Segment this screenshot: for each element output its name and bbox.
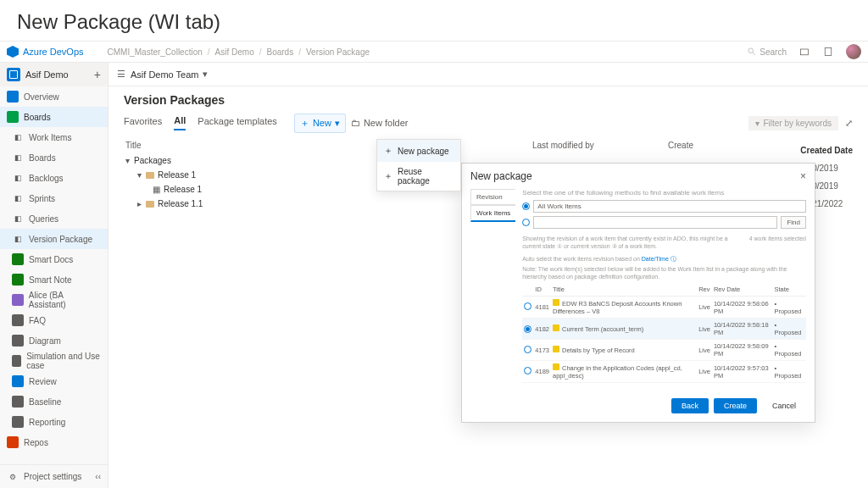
modal-note3: Note: The work item(s) selected below wi… — [522, 265, 806, 280]
nav-icon — [12, 355, 21, 367]
table-header: Rev Date — [712, 283, 772, 297]
sidebar-item-label: FAQ — [29, 316, 46, 325]
nav-icon — [12, 274, 24, 286]
project-settings[interactable]: ⚙ Project settings ‹‹ — [0, 464, 108, 488]
search-input[interactable]: Search — [748, 47, 787, 57]
table-header: Title — [551, 283, 697, 297]
breadcrumb: CMMI_Master_Collection/ Asif Demo/ Board… — [108, 47, 370, 57]
tab-all[interactable]: All — [174, 115, 186, 130]
sidebar-item-backlogs[interactable]: ◧Backlogs — [0, 168, 108, 188]
cancel-button[interactable]: Cancel — [762, 398, 806, 413]
filter-input[interactable]: ▾Filter by keywords — [748, 116, 838, 130]
table-header: State — [772, 283, 806, 297]
sidebar-item-smart-note[interactable]: Smart Note — [0, 269, 108, 290]
dropdown-item-new-package[interactable]: ＋New package — [377, 140, 460, 162]
datetime-link[interactable]: Date/Time ⓘ — [642, 256, 676, 262]
table-row[interactable]: 4181EDW R3 BaNCS Deposit Accounts Known … — [522, 297, 806, 319]
azure-devops-logo-icon — [7, 46, 19, 58]
cell-rev: Live — [697, 319, 712, 340]
nav-icon: ◧ — [12, 192, 24, 204]
sidebar-item-smart-docs[interactable]: Smart Docs — [0, 249, 108, 269]
nav-icon — [12, 396, 24, 408]
cell-title: Current Term (account_term) — [551, 319, 697, 340]
sidebar-item-boards[interactable]: ◧Boards — [0, 147, 108, 168]
sidebar-item-label: Work Items — [29, 133, 71, 142]
modal-tab-work-items[interactable]: Work Items — [470, 205, 515, 222]
new-folder-button[interactable]: 🗀 New folder — [351, 118, 409, 128]
row-radio[interactable] — [524, 302, 531, 310]
sidebar-item-baseline[interactable]: Baseline — [0, 391, 108, 412]
expand-icon[interactable]: ⤢ — [845, 118, 853, 129]
list-icon: ☰ — [117, 69, 125, 80]
avatar[interactable] — [846, 44, 861, 59]
chevron-down-icon: ▾ — [136, 170, 142, 180]
sidebar-item-simulation-and-use-case[interactable]: Simulation and Use case — [0, 351, 108, 371]
sidebar-item-version-package[interactable]: ◧Version Package — [0, 229, 108, 249]
folder-icon — [146, 201, 154, 208]
table-header: Rev — [697, 283, 712, 297]
row-radio[interactable] — [524, 346, 531, 353]
modal-hint: Select the one of the following methods … — [522, 189, 806, 197]
table-row[interactable]: 4189Change in the Application Codes (app… — [522, 361, 806, 383]
work-items-select[interactable] — [533, 200, 806, 213]
project-name: Asif Demo — [25, 69, 94, 80]
dropdown-item-reuse-package[interactable]: ＋Reuse package — [377, 162, 460, 191]
collapse-icon[interactable]: ‹‹ — [95, 472, 101, 481]
nav-icon — [12, 294, 24, 306]
project-header[interactable]: Asif Demo + — [0, 63, 108, 86]
sidebar-item-label: Version Package — [29, 235, 92, 244]
nav-icon: ◧ — [12, 131, 24, 143]
sidebar-item-overview[interactable]: Overview — [0, 86, 108, 107]
row-radio[interactable] — [524, 325, 531, 333]
tab-favorites[interactable]: Favorites — [124, 116, 162, 130]
cell-title: Change in the Application Codes (appl_cd… — [551, 361, 697, 383]
marketplace-icon[interactable] — [798, 46, 810, 58]
modal-tab-revision[interactable]: Revision — [470, 189, 515, 205]
sidebar-item-repos[interactable]: Repos — [0, 432, 108, 452]
new-button[interactable]: ＋ New ▾ — [294, 114, 346, 133]
col-create: Create — [666, 137, 717, 153]
svg-rect-2 — [801, 49, 809, 55]
close-icon[interactable]: × — [800, 170, 806, 182]
row-radio[interactable] — [524, 367, 531, 374]
settings-icon[interactable] — [822, 46, 834, 58]
folder-icon — [146, 172, 154, 179]
cell-rev: Live — [697, 340, 712, 361]
radio-all-work-items[interactable] — [522, 202, 530, 210]
sidebar-item-faq[interactable]: FAQ — [0, 310, 108, 330]
sidebar-item-boards[interactable]: Boards — [0, 107, 108, 127]
crumb[interactable]: CMMI_Master_Collection — [108, 47, 203, 57]
sidebar-item-work-items[interactable]: ◧Work Items — [0, 127, 108, 147]
query-select[interactable] — [533, 216, 777, 229]
find-button[interactable]: Find — [781, 216, 806, 229]
table-row[interactable]: 4182Current Term (account_term)Live10/14… — [522, 319, 806, 340]
team-bar: ☰ Asif Demo Team ▾ — [108, 63, 868, 86]
table-row[interactable]: 4173Details by Type of RecordLive10/14/2… — [522, 340, 806, 361]
chevron-down-icon[interactable]: ▾ — [203, 69, 208, 80]
sidebar-item-diagram[interactable]: Diagram — [0, 330, 108, 351]
nav-icon: ◧ — [12, 172, 24, 184]
brand-label[interactable]: Azure DevOps — [23, 47, 84, 57]
tree-label: Release 1 — [158, 170, 196, 180]
sidebar: Asif Demo + OverviewBoards◧Work Items◧Bo… — [0, 63, 108, 488]
crumb[interactable]: Version Package — [306, 47, 370, 57]
create-button[interactable]: Create — [714, 398, 757, 413]
package-icon: ▦ — [153, 185, 160, 194]
sidebar-item-alice-ba-assistant-[interactable]: Alice (BA Assistant) — [0, 290, 108, 310]
folder-plus-icon: 🗀 — [351, 118, 360, 128]
sidebar-item-review[interactable]: Review — [0, 371, 108, 391]
sidebar-item-sprints[interactable]: ◧Sprints — [0, 188, 108, 208]
radio-query[interactable] — [522, 219, 530, 226]
cell-id: 4189 — [533, 361, 551, 383]
add-icon[interactable]: + — [94, 68, 101, 81]
team-name[interactable]: Asif Demo Team — [131, 69, 199, 80]
plus-icon: ＋ — [384, 170, 392, 182]
tab-templates[interactable]: Package templates — [198, 116, 277, 130]
sidebar-item-label: Boards — [24, 113, 51, 122]
crumb[interactable]: Boards — [266, 47, 293, 57]
sidebar-item-queries[interactable]: ◧Queries — [0, 208, 108, 229]
crumb[interactable]: Asif Demo — [215, 47, 254, 57]
back-button[interactable]: Back — [671, 398, 709, 413]
sidebar-item-label: Repos — [24, 438, 48, 447]
sidebar-item-reporting[interactable]: Reporting — [0, 412, 108, 432]
